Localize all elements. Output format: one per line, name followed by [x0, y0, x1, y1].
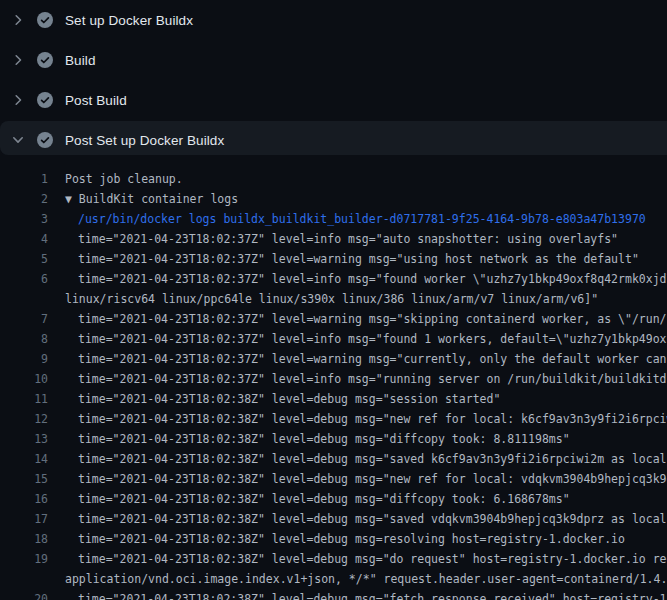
log-text: Post job cleanup.: [48, 169, 667, 189]
step-label: Set up Docker Buildx: [65, 13, 193, 28]
log-row: 5time="2021-04-23T18:02:37Z" level=warni…: [0, 249, 667, 269]
log-text: time="2021-04-23T18:02:37Z" level=info m…: [48, 229, 667, 249]
line-number: 1: [0, 169, 48, 189]
chevron-right-icon[interactable]: [10, 12, 26, 28]
log-row: 19time="2021-04-23T18:02:38Z" level=debu…: [0, 549, 667, 569]
chevron-right-icon[interactable]: [10, 92, 26, 108]
log-row: 9time="2021-04-23T18:02:37Z" level=warni…: [0, 349, 667, 369]
log-row: linux/riscv64 linux/ppc64le linux/s390x …: [0, 289, 667, 309]
chevron-down-icon[interactable]: [10, 132, 26, 148]
log-group-row: 2▼ BuildKit container logs: [0, 189, 667, 209]
step-label: Post Build: [65, 93, 127, 108]
line-number: 13: [0, 429, 48, 449]
log-row: 3/usr/bin/docker logs buildx_buildkit_bu…: [0, 209, 667, 229]
line-number: 4: [0, 229, 48, 249]
step-header-post-set-up-docker-buildx[interactable]: Post Set up Docker Buildx: [0, 120, 667, 160]
step-header-post-build[interactable]: Post Build: [0, 80, 667, 120]
log-text: time="2021-04-23T18:02:37Z" level=warnin…: [48, 249, 667, 269]
check-circle-icon: [37, 52, 53, 68]
line-number: 12: [0, 409, 48, 429]
log-text: time="2021-04-23T18:02:38Z" level=debug …: [48, 489, 667, 509]
line-number: [0, 569, 48, 589]
log-row: 10time="2021-04-23T18:02:37Z" level=info…: [0, 369, 667, 389]
line-number: [0, 289, 48, 309]
log-row: 20time="2021-04-23T18:02:38Z" level=debu…: [0, 589, 667, 600]
step-header-build[interactable]: Build: [0, 40, 667, 80]
log-row: 13time="2021-04-23T18:02:38Z" level=debu…: [0, 429, 667, 449]
log-group-toggle[interactable]: ▼ BuildKit container logs: [48, 189, 667, 209]
chevron-right-icon[interactable]: [10, 52, 26, 68]
log-row: 6time="2021-04-23T18:02:37Z" level=info …: [0, 269, 667, 289]
log-row: 1Post job cleanup.: [0, 169, 667, 189]
log-text: time="2021-04-23T18:02:38Z" level=debug …: [48, 469, 667, 489]
step-header-set-up-docker-buildx[interactable]: Set up Docker Buildx: [0, 0, 667, 40]
line-number: 7: [0, 309, 48, 329]
line-number: 8: [0, 329, 48, 349]
log-text: time="2021-04-23T18:02:38Z" level=debug …: [48, 529, 667, 549]
log-row: 12time="2021-04-23T18:02:38Z" level=debu…: [0, 409, 667, 429]
line-number: 3: [0, 209, 48, 229]
log-text: time="2021-04-23T18:02:38Z" level=debug …: [48, 389, 667, 409]
log-text: time="2021-04-23T18:02:38Z" level=debug …: [48, 449, 667, 469]
log-text: application/vnd.oci.image.index.v1+json,…: [48, 569, 667, 589]
log-command-text: /usr/bin/docker logs buildx_buildkit_bui…: [48, 209, 667, 229]
log-text: linux/riscv64 linux/ppc64le linux/s390x …: [48, 289, 667, 309]
step-label: Build: [65, 53, 96, 68]
line-number: 10: [0, 369, 48, 389]
line-number: 19: [0, 549, 48, 569]
step-label: Post Set up Docker Buildx: [65, 133, 224, 148]
check-circle-icon: [37, 92, 53, 108]
log-row: 15time="2021-04-23T18:02:38Z" level=debu…: [0, 469, 667, 489]
log-row: 11time="2021-04-23T18:02:38Z" level=debu…: [0, 389, 667, 409]
line-number: 11: [0, 389, 48, 409]
line-number: 15: [0, 469, 48, 489]
log-text: time="2021-04-23T18:02:38Z" level=debug …: [48, 589, 667, 600]
log-text: time="2021-04-23T18:02:38Z" level=debug …: [48, 549, 667, 569]
log-text: time="2021-04-23T18:02:38Z" level=debug …: [48, 509, 667, 529]
step-log: 1Post job cleanup.2▼ BuildKit container …: [0, 160, 667, 600]
line-number: 5: [0, 249, 48, 269]
line-number: 20: [0, 589, 48, 600]
check-circle-icon: [37, 132, 53, 148]
line-number: 9: [0, 349, 48, 369]
line-number: 2: [0, 189, 48, 209]
log-row: 14time="2021-04-23T18:02:38Z" level=debu…: [0, 449, 667, 469]
log-row: 18time="2021-04-23T18:02:38Z" level=debu…: [0, 529, 667, 549]
log-row: 4time="2021-04-23T18:02:37Z" level=info …: [0, 229, 667, 249]
log-row: 16time="2021-04-23T18:02:38Z" level=debu…: [0, 489, 667, 509]
log-text: time="2021-04-23T18:02:38Z" level=debug …: [48, 409, 667, 429]
log-text: time="2021-04-23T18:02:37Z" level=warnin…: [48, 349, 667, 369]
line-number: 17: [0, 509, 48, 529]
log-text: time="2021-04-23T18:02:37Z" level=info m…: [48, 329, 667, 349]
line-number: 6: [0, 269, 48, 289]
log-text: time="2021-04-23T18:02:37Z" level=info m…: [48, 369, 667, 389]
line-number: 18: [0, 529, 48, 549]
log-text: time="2021-04-23T18:02:37Z" level=warnin…: [48, 309, 667, 329]
log-text: time="2021-04-23T18:02:38Z" level=debug …: [48, 429, 667, 449]
log-row: application/vnd.oci.image.index.v1+json,…: [0, 569, 667, 589]
line-number: 14: [0, 449, 48, 469]
job-steps-list: Set up Docker BuildxBuildPost BuildPost …: [0, 0, 667, 160]
check-circle-icon: [37, 12, 53, 28]
log-row: 17time="2021-04-23T18:02:38Z" level=debu…: [0, 509, 667, 529]
log-row: 8time="2021-04-23T18:02:37Z" level=info …: [0, 329, 667, 349]
log-row: 7time="2021-04-23T18:02:37Z" level=warni…: [0, 309, 667, 329]
line-number: 16: [0, 489, 48, 509]
log-text: time="2021-04-23T18:02:37Z" level=info m…: [48, 269, 667, 289]
